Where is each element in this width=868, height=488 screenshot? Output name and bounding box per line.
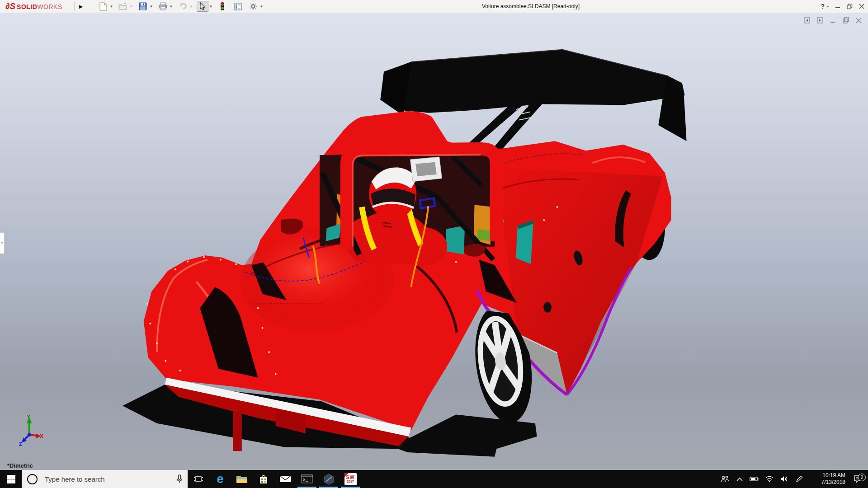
rebuild-traffic-light-icon <box>220 2 225 11</box>
save-button[interactable] <box>137 1 149 12</box>
undo-button[interactable] <box>177 1 189 12</box>
solidworks-logo: ∂S SOLID WORKS <box>0 2 72 11</box>
taskbar-apps: e <box>188 470 361 488</box>
rebuild-button[interactable] <box>217 1 228 12</box>
select-dropdown-caret[interactable]: ▼ <box>208 5 213 9</box>
divider <box>74 1 75 11</box>
select-cursor-icon <box>199 2 206 10</box>
minimize-button[interactable] <box>835 4 840 9</box>
viewport-restore-icon[interactable] <box>843 17 849 25</box>
taskbar-app-hexagon[interactable] <box>318 470 340 488</box>
taskbar-app-store[interactable] <box>253 470 274 488</box>
viewport-window-controls <box>804 17 862 25</box>
taskbar-app-solidworks[interactable]: SW 2017 <box>340 470 361 488</box>
cortana-icon <box>27 474 38 484</box>
x-axis-label: X <box>40 433 44 440</box>
viewport-close-icon[interactable] <box>856 17 862 25</box>
brand-text-bold: SOLID <box>17 3 37 10</box>
options-button[interactable] <box>247 1 259 12</box>
pen-icon[interactable] <box>792 475 807 483</box>
title-bar: ∂S SOLID WORKS ▶ ▼ ▼ ▼ <box>0 0 868 13</box>
file-explorer-icon <box>236 474 248 484</box>
hexagon-app-icon <box>323 474 335 485</box>
select-tool-button[interactable] <box>197 1 208 12</box>
car-model-scene[interactable]: Y X Z <box>0 13 868 470</box>
taskbar-app-file-explorer[interactable] <box>231 470 253 488</box>
options-dropdown-caret[interactable]: ▼ <box>259 5 264 9</box>
solidworks-window: ∂S SOLID WORKS ▶ ▼ ▼ ▼ <box>0 0 868 488</box>
taskbar-app-command-prompt[interactable] <box>296 470 318 488</box>
window-controls: ? ▾ <box>821 0 864 13</box>
chevron-up-icon[interactable] <box>732 477 747 481</box>
save-floppy-icon <box>139 2 147 10</box>
command-prompt-icon <box>301 474 313 484</box>
notification-badge: 2 <box>858 474 866 481</box>
help-dropdown-caret[interactable]: ▾ <box>827 5 829 9</box>
new-document-button[interactable] <box>97 1 109 12</box>
taskbar-app-edge[interactable]: e <box>209 470 231 488</box>
z-axis-label: Z <box>19 441 22 447</box>
window-title: Voiture assomblee.SLDASM [Read-only] <box>482 3 580 9</box>
system-tray: 10:19 AM 7/13/2018 2 <box>717 470 868 488</box>
viewport-minimize-icon[interactable] <box>830 17 836 25</box>
start-button[interactable] <box>0 470 22 488</box>
taskbar-search[interactable] <box>22 470 188 488</box>
action-center-button[interactable]: 2 <box>848 475 868 483</box>
y-axis-label: Y <box>27 414 31 420</box>
solidworks-logo-icon: ∂S <box>5 2 15 11</box>
open-dropdown-caret[interactable]: ▼ <box>129 5 133 9</box>
close-button[interactable] <box>859 4 864 9</box>
print-button[interactable] <box>157 1 169 12</box>
windows-taskbar: e <box>0 470 868 488</box>
feature-pane-collapsed-tab[interactable] <box>0 232 5 254</box>
help-button[interactable]: ? <box>821 3 825 10</box>
taskbar-clock[interactable]: 10:19 AM 7/13/2018 <box>810 472 845 486</box>
taskbar-app-mail[interactable] <box>274 470 296 488</box>
splitter-handle-dot <box>1 242 3 244</box>
task-view-icon <box>193 474 203 484</box>
view-orientation-label: *Dimetric <box>7 462 33 469</box>
mail-icon <box>279 474 291 483</box>
print-icon <box>159 2 167 10</box>
file-properties-icon <box>234 3 242 10</box>
clock-date: 7/13/2018 <box>810 479 845 486</box>
new-dropdown-caret[interactable]: ▼ <box>109 5 113 9</box>
battery-icon[interactable] <box>747 476 762 482</box>
open-button[interactable] <box>117 1 129 12</box>
new-document-icon <box>99 2 107 11</box>
pane-collapse-left-icon[interactable] <box>804 17 810 25</box>
file-properties-button[interactable] <box>232 1 244 12</box>
volume-icon[interactable] <box>777 476 792 482</box>
rear-view-mirror[interactable] <box>410 157 442 181</box>
options-gear-icon <box>249 2 257 10</box>
orientation-triad: Y X Z <box>19 414 44 447</box>
undo-dropdown-caret[interactable]: ▼ <box>189 5 193 9</box>
restore-button[interactable] <box>847 4 853 9</box>
store-icon <box>258 474 269 484</box>
open-folder-icon <box>118 3 127 10</box>
save-dropdown-caret[interactable]: ▼ <box>149 5 153 9</box>
menu-expand-arrow-icon[interactable]: ▶ <box>76 3 85 10</box>
task-view-button[interactable] <box>188 470 209 488</box>
solidworks-2017-icon: SW 2017 <box>344 473 357 485</box>
graphics-viewport[interactable]: Y X Z *Dimetric <box>0 13 868 470</box>
pane-collapse-right-icon[interactable] <box>817 17 823 25</box>
windows-logo-icon <box>7 475 15 483</box>
clock-time: 10:19 AM <box>810 472 845 479</box>
search-input[interactable] <box>44 475 176 483</box>
quick-toolbar: ▼ ▼ ▼ ▼ ▼ <box>97 1 266 12</box>
wifi-icon[interactable] <box>762 476 777 482</box>
undo-arrow-icon <box>179 3 187 10</box>
people-icon[interactable] <box>717 475 732 483</box>
print-dropdown-caret[interactable]: ▼ <box>169 5 173 9</box>
microphone-icon[interactable] <box>176 474 183 483</box>
brand-text-light: WORKS <box>37 3 62 10</box>
edge-icon: e <box>217 473 223 485</box>
